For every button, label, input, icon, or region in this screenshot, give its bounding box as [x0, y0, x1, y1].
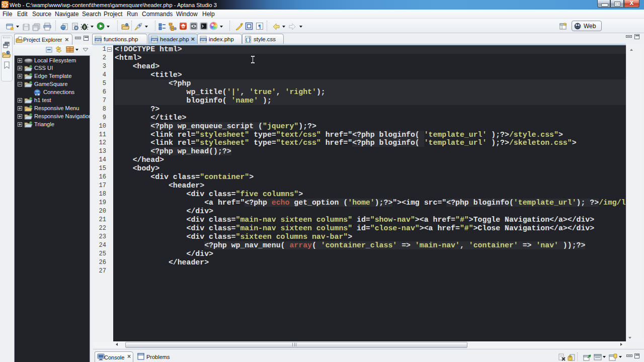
svg-text:php: php — [96, 38, 101, 41]
svg-text:{}: {} — [246, 38, 251, 43]
svg-text:¶: ¶ — [258, 23, 261, 29]
svg-text:php: php — [201, 38, 206, 41]
svg-text:php: php — [152, 38, 157, 41]
